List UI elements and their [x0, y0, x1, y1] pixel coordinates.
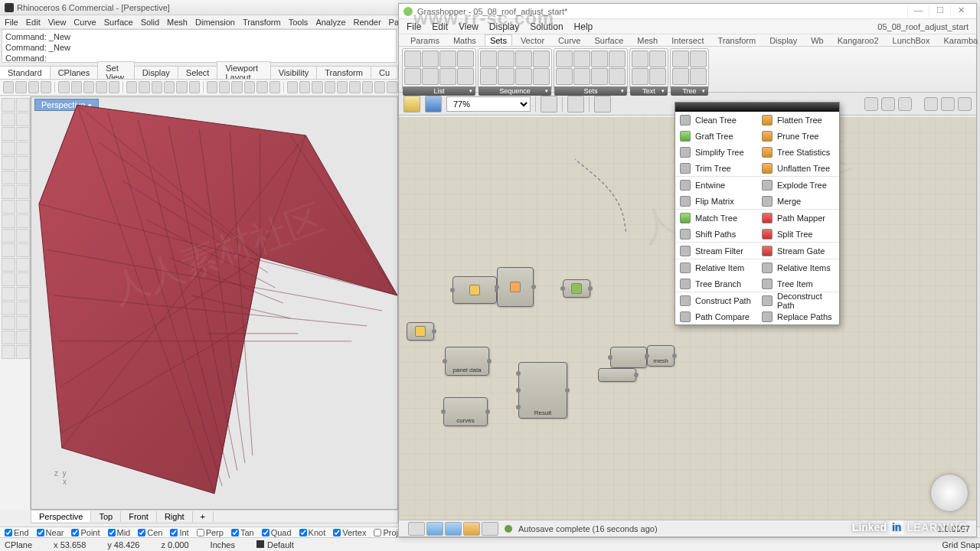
osnap-quad[interactable]: Quad: [262, 528, 292, 537]
flyout-item[interactable]: Prune Tree: [757, 128, 839, 144]
gh-ribbon-tab[interactable]: Curve: [553, 34, 586, 46]
side-tool-icon[interactable]: [2, 345, 15, 359]
rhino-viewport[interactable]: Perspective z y x: [31, 96, 398, 510]
side-tool-icon[interactable]: [2, 185, 15, 199]
ribbon-component-icon[interactable]: [439, 68, 456, 85]
sketch-button[interactable]: [594, 96, 611, 112]
rhino-toolbar-tab[interactable]: Select: [178, 66, 218, 79]
zoom-extents-button[interactable]: [541, 96, 557, 112]
ribbon-panel-expand[interactable]: List: [403, 86, 475, 96]
toolbar-icon[interactable]: [83, 81, 94, 93]
preview-toggle-button[interactable]: [567, 96, 584, 112]
ribbon-component-icon[interactable]: [632, 51, 648, 67]
osnap-point[interactable]: Point: [71, 528, 100, 537]
ribbon-component-icon[interactable]: [591, 51, 608, 67]
rhino-menu-item[interactable]: View: [48, 18, 67, 27]
gh-ribbon-tab[interactable]: Surface: [589, 34, 629, 46]
gh-ribbon-tab[interactable]: Display: [764, 34, 802, 46]
ribbon-component-icon[interactable]: [533, 68, 550, 85]
ribbon-panel-expand[interactable]: Sets: [554, 86, 627, 96]
toolbar-icon[interactable]: [207, 81, 217, 93]
ribbon-component-icon[interactable]: [591, 68, 608, 85]
toolbar-icon[interactable]: [387, 81, 397, 93]
view-tab[interactable]: Right: [157, 511, 193, 522]
gh-doc-name[interactable]: 05_08_roof_adjust_start: [877, 22, 969, 31]
ribbon-panel-expand[interactable]: Tree: [671, 86, 708, 96]
ribbon-component-icon[interactable]: [439, 51, 456, 67]
view-tab[interactable]: Front: [121, 511, 157, 522]
gh-ribbon-tab[interactable]: Transform: [712, 34, 761, 46]
side-tool-icon[interactable]: [16, 331, 30, 344]
flyout-item[interactable]: Relative Items: [757, 259, 839, 276]
osnap-end[interactable]: End: [5, 528, 29, 537]
ribbon-component-icon[interactable]: [404, 51, 421, 67]
side-tool-icon[interactable]: [16, 258, 30, 272]
side-tool-icon[interactable]: [16, 229, 30, 243]
mode-button[interactable]: [463, 522, 480, 536]
flyout-item[interactable]: Stream Gate: [757, 243, 839, 259]
toolbar-icon[interactable]: [244, 81, 255, 93]
ribbon-component-icon[interactable]: [480, 51, 497, 67]
toolbar-icon[interactable]: [176, 81, 187, 93]
shade-wire-icon[interactable]: [864, 97, 878, 111]
toolbar-icon[interactable]: [41, 81, 51, 93]
osnap-near[interactable]: Near: [37, 528, 64, 537]
ribbon-component-icon[interactable]: [573, 68, 590, 85]
ribbon-component-icon[interactable]: [573, 51, 590, 67]
ribbon-component-icon[interactable]: [533, 51, 550, 67]
side-tool-icon[interactable]: [16, 112, 30, 126]
flyout-item[interactable]: Merge: [757, 193, 839, 209]
osnap-knot[interactable]: Knot: [299, 528, 326, 537]
side-tool-icon[interactable]: [2, 214, 15, 228]
view-tab[interactable]: +: [193, 511, 214, 522]
toolbar-icon[interactable]: [325, 81, 335, 93]
canvas-compass-icon[interactable]: [930, 474, 969, 512]
status-units[interactable]: Inches: [211, 540, 235, 549]
ribbon-component-icon[interactable]: [690, 68, 707, 85]
rhino-toolbar-tab[interactable]: Visibility: [270, 66, 318, 79]
flyout-item[interactable]: Clean Tree: [675, 112, 757, 128]
side-tool-icon[interactable]: [2, 171, 15, 184]
toolbar-icon[interactable]: [337, 81, 348, 93]
side-tool-icon[interactable]: [16, 127, 30, 141]
toolbar-icon[interactable]: [152, 81, 162, 93]
osnap-vertex[interactable]: Vertex: [333, 528, 366, 537]
gh-component-slider[interactable]: [598, 368, 636, 382]
side-tool-icon[interactable]: [16, 200, 30, 214]
toolbar-icon[interactable]: [362, 81, 373, 93]
flyout-item[interactable]: Construct Path: [675, 292, 757, 308]
ribbon-component-icon[interactable]: [515, 51, 532, 67]
mode-button[interactable]: [408, 522, 425, 536]
flyout-item[interactable]: Tree Item: [757, 276, 839, 292]
shade-green-icon[interactable]: [924, 97, 938, 111]
flyout-item[interactable]: Trim Tree: [675, 160, 757, 176]
ribbon-component-icon[interactable]: [498, 68, 514, 85]
mode-button[interactable]: [482, 522, 498, 536]
side-tool-icon[interactable]: [16, 287, 30, 301]
osnap-mid[interactable]: Mid: [108, 528, 131, 537]
toolbar-icon[interactable]: [270, 81, 280, 93]
rhino-menu-item[interactable]: Edit: [26, 18, 41, 27]
rhino-toolbar-tab[interactable]: Cu: [371, 66, 398, 79]
open-file-button[interactable]: [403, 96, 420, 112]
flyout-item[interactable]: Graft Tree: [675, 128, 757, 144]
osnap-perp[interactable]: Perp: [197, 528, 224, 537]
ribbon-component-icon[interactable]: [515, 68, 532, 85]
side-tool-icon[interactable]: [2, 200, 15, 214]
rhino-menu-item[interactable]: Transform: [243, 18, 281, 27]
maximize-button[interactable]: ☐: [929, 5, 950, 18]
mode-button[interactable]: [426, 522, 443, 536]
gh-ribbon-tab[interactable]: Params: [405, 34, 445, 46]
gh-ribbon-tab[interactable]: Wb: [805, 34, 829, 46]
gh-menu-edit[interactable]: Edit: [432, 21, 448, 32]
side-tool-icon[interactable]: [2, 302, 15, 315]
ribbon-component-icon[interactable]: [422, 51, 439, 67]
shade-shaded-icon[interactable]: [898, 97, 912, 111]
rhino-menu-item[interactable]: File: [5, 18, 18, 27]
gh-ribbon-tab[interactable]: LunchBox: [887, 34, 936, 46]
minimize-button[interactable]: —: [907, 5, 929, 18]
rhino-menu-item[interactable]: Mesh: [167, 18, 188, 27]
save-file-button[interactable]: [425, 96, 442, 112]
flyout-item[interactable]: Explode Tree: [757, 177, 839, 193]
ribbon-component-icon[interactable]: [498, 51, 514, 67]
